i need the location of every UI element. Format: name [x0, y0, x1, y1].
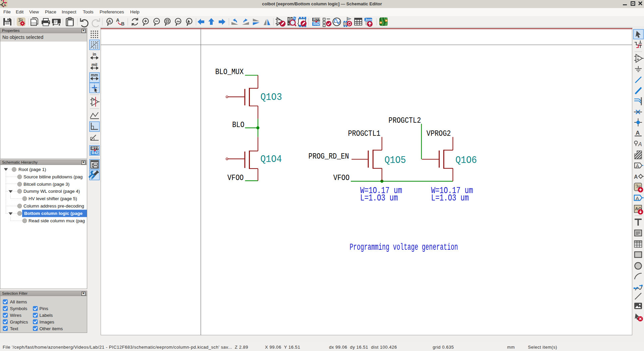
svg-text:Other items: Other items: [40, 326, 63, 331]
svg-text:VPROG2: VPROG2: [427, 129, 451, 138]
svg-text:BLO: BLO: [232, 121, 244, 130]
svg-text:A: A: [636, 130, 640, 136]
svg-text:A: A: [638, 141, 642, 148]
svg-text:Symbols: Symbols: [10, 306, 28, 311]
svg-text:A: A: [108, 19, 111, 24]
svg-text:Source bitline pulldowns (pag: Source bitline pulldowns (pag: [23, 174, 83, 179]
svg-text:Programming voltage generation: Programming voltage generation: [350, 242, 458, 253]
svg-text:Graphics: Graphics: [10, 319, 28, 325]
svg-text:Read side column mux (pag: Read side column mux (pag: [29, 218, 85, 223]
svg-text:Bitcell column (page 3): Bitcell column (page 3): [23, 182, 69, 187]
svg-text:Labels: Labels: [40, 313, 53, 318]
svg-text:PROG_RD_EN: PROG_RD_EN: [309, 152, 349, 161]
svg-text:Column address pre-decoding: Column address pre-decoding: [23, 203, 84, 209]
svg-text:A: A: [636, 195, 639, 201]
svg-text:Dummy WL control (page 4): Dummy WL control (page 4): [23, 189, 80, 194]
svg-text:VFOO: VFOO: [333, 173, 350, 182]
svg-text:Root (page 1): Root (page 1): [18, 167, 46, 172]
svg-text:.bom: .bom: [365, 18, 372, 21]
svg-text:VFOO: VFOO: [227, 174, 244, 183]
svg-text:A: A: [116, 17, 119, 23]
svg-text:Images: Images: [40, 319, 55, 325]
svg-text:PROGCTL2: PROGCTL2: [388, 116, 421, 125]
svg-text:Wires: Wires: [10, 313, 22, 318]
svg-text:All items: All items: [10, 299, 27, 304]
svg-text:mil: mil: [92, 62, 97, 67]
svg-text:Bottom column logic (page: Bottom column logic (page: [24, 211, 83, 216]
svg-text:Q1O6: Q1O6: [455, 155, 477, 166]
svg-text:Text: Text: [10, 326, 18, 331]
svg-text:BLO_MUX: BLO_MUX: [215, 68, 244, 77]
svg-text:R??: R??: [313, 17, 320, 21]
svg-text:mm: mm: [91, 73, 98, 77]
svg-text:A: A: [634, 174, 638, 180]
svg-text:in: in: [93, 52, 96, 57]
svg-text:A: A: [636, 163, 639, 169]
svg-text:Pins: Pins: [40, 306, 49, 311]
svg-text:L=1.O3 um: L=1.O3 um: [360, 193, 398, 203]
svg-text:A: A: [635, 207, 638, 211]
svg-text:Q1O4: Q1O4: [260, 154, 282, 165]
svg-text:HV level shifter (page 5): HV level shifter (page 5): [29, 196, 77, 201]
svg-text:B: B: [121, 21, 124, 26]
svg-text:PROGCTL1: PROGCTL1: [348, 129, 380, 138]
svg-text:Q1O3: Q1O3: [261, 92, 282, 103]
svg-text:Q1O5: Q1O5: [384, 155, 406, 166]
svg-text:L=1.O3 um: L=1.O3 um: [431, 193, 469, 203]
